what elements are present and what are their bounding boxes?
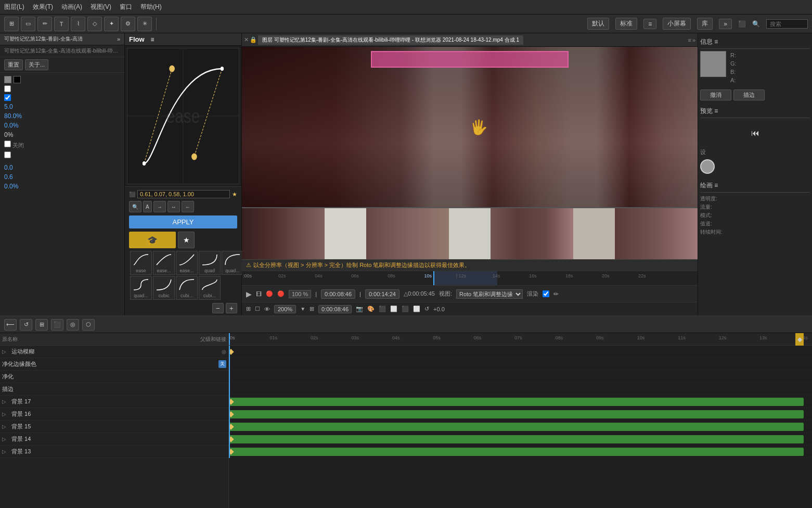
menu-view[interactable]: 视图(V) — [91, 3, 111, 11]
flow-graph[interactable]: ease — [127, 48, 239, 184]
flow-arrow-left-btn[interactable]: ← — [182, 201, 194, 212]
bt-btn-3[interactable]: ⊞ — [35, 319, 48, 331]
curve-ease-out[interactable]: ease... — [176, 251, 198, 275]
flow-star-icon[interactable]: ★ — [232, 191, 237, 198]
preview-prev-icon[interactable]: ⏮ — [751, 129, 759, 138]
curve-cubic-out[interactable]: cubi... — [176, 276, 198, 300]
curve-ease[interactable]: ease — [130, 251, 152, 275]
value-4[interactable]: 0% — [4, 131, 13, 138]
plus-button[interactable]: + — [226, 303, 237, 313]
toolbar-icon-4[interactable]: T — [54, 17, 69, 31]
layer-expand-17[interactable]: ▷ — [2, 399, 9, 404]
bt-btn-1[interactable]: ⟵ — [4, 319, 17, 331]
value-6[interactable]: 0.6 — [4, 173, 13, 181]
track-row-0[interactable] — [229, 346, 812, 358]
layer-row-purify[interactable]: 净化边缘颜色 关 — [0, 358, 228, 371]
viewer-tab-menu-icon[interactable]: ≡ — [688, 37, 691, 43]
search-input[interactable] — [766, 19, 808, 29]
toolbar-icon-7[interactable]: ✦ — [104, 17, 119, 31]
vbb-icon-8[interactable]: ⬛ — [402, 306, 409, 312]
bt-btn-4[interactable]: ⬛ — [51, 319, 63, 331]
toolbar-icon-1[interactable]: ⊞ — [4, 17, 19, 31]
flow-arrow-both-btn[interactable]: ↔ — [167, 201, 180, 212]
vbb-icon-4[interactable]: ⊞ — [310, 306, 314, 312]
checkbox-3[interactable] — [4, 141, 11, 147]
flow-value-input[interactable] — [137, 190, 230, 198]
preset-hat-btn[interactable]: 🎓 — [129, 232, 176, 248]
menu-window[interactable]: 窗口 — [120, 3, 132, 11]
menu-help[interactable]: 帮助(H) — [140, 3, 162, 11]
frame-icon-2[interactable]: 🔴 — [266, 290, 273, 297]
track-row-2[interactable] — [229, 371, 812, 383]
value-3[interactable]: 0.0% — [4, 122, 18, 129]
checkbox-4[interactable] — [4, 151, 11, 158]
menu-layers[interactable]: 图层(L) — [4, 3, 24, 11]
vbb-icon-2[interactable]: ☐ — [255, 306, 260, 312]
flow-search-btn[interactable]: 🔍 — [129, 201, 141, 212]
vc-time-1[interactable]: 0:00:08:46 — [321, 289, 355, 299]
value-1[interactable]: 5.0 — [4, 103, 13, 110]
menu-effects[interactable]: 效果(T) — [33, 3, 53, 11]
layer-row-motion[interactable]: ▷ 运动模糊 ◎ — [0, 346, 228, 358]
preset-standard[interactable]: 标准 — [615, 18, 637, 30]
layer-row-bg16[interactable]: ▷ 背景 16 — [0, 408, 228, 421]
preset-more[interactable]: » — [719, 19, 732, 29]
zoom-select[interactable]: 200% — [274, 305, 296, 313]
vbb-icon-9[interactable]: ⬜ — [413, 306, 420, 312]
toolbar-icon-9[interactable]: ✳ — [137, 17, 152, 31]
layer-row-net[interactable]: 净化 — [0, 371, 228, 383]
vbb-icon-3[interactable]: 👁 — [264, 306, 270, 312]
playhead[interactable] — [433, 271, 434, 285]
layer-expand-13[interactable]: ▷ — [2, 449, 9, 454]
undo-button[interactable]: 撤消 — [700, 90, 731, 100]
viewer-timeline[interactable]: :00s 02s 04s 06s 08s 10s | 12s 14s 16s 1… — [242, 271, 698, 285]
track-row-7[interactable] — [229, 433, 812, 446]
bt-btn-6[interactable]: ⬡ — [82, 319, 95, 331]
curve-quad-in-out[interactable]: quad... — [130, 276, 152, 300]
track-row-8[interactable] — [229, 446, 812, 458]
checkbox-2[interactable] — [4, 94, 11, 101]
value-2[interactable]: 80.0% — [4, 112, 22, 120]
curve-cubic-in-out[interactable]: cubi... — [199, 276, 221, 300]
track-row-1[interactable] — [229, 358, 812, 371]
layer-row-border[interactable]: 描边 — [0, 383, 228, 396]
refine-icon[interactable]: ✏ — [553, 290, 559, 298]
left-expand-icon[interactable]: » — [117, 36, 120, 42]
minus-button[interactable]: − — [212, 303, 224, 313]
track-row-6[interactable] — [229, 421, 812, 433]
toolbar-icon-5[interactable]: ⌇ — [71, 17, 85, 31]
bt-btn-2[interactable]: ↺ — [20, 319, 32, 331]
preset-small-screen[interactable]: 小屏幕 — [663, 18, 691, 30]
checkbox-1[interactable] — [4, 85, 11, 92]
frame-icon-3[interactable]: 🔴 — [277, 290, 285, 297]
vbb-time-3[interactable]: 0:00:08:46 — [318, 305, 352, 313]
track-row-5[interactable] — [229, 408, 812, 421]
track-row-3[interactable] — [229, 383, 812, 396]
viewer-tab-label[interactable]: 图层 可塑性记忆第12集-番剧-全集-高清在线观看-bilibili-哔哩哔哩 … — [258, 35, 523, 45]
vbb-icon-1[interactable]: ⊞ — [246, 306, 251, 312]
bt-btn-5[interactable]: ◎ — [67, 319, 79, 331]
reset-button[interactable]: 重置 — [4, 59, 23, 70]
about-button[interactable]: 关于... — [25, 59, 48, 70]
vbb-camera-icon[interactable]: 📷 — [356, 306, 363, 312]
layer-expand-15[interactable]: ▷ — [2, 424, 9, 429]
color-swatch-2[interactable] — [14, 76, 21, 83]
menu-animation[interactable]: 动画(A) — [61, 3, 82, 11]
toolbar-icon-2[interactable]: ▭ — [21, 17, 35, 31]
trace-button[interactable]: 描边 — [733, 90, 765, 100]
layer-row-bg15[interactable]: ▷ 背景 15 — [0, 421, 228, 433]
preset-default[interactable]: 默认 — [587, 18, 609, 30]
flow-arrow-right-btn[interactable]: → — [153, 201, 166, 212]
vbb-icon-10[interactable]: ↺ — [424, 306, 429, 312]
layer-row-bg14[interactable]: ▷ 背景 14 — [0, 433, 228, 446]
search-icon[interactable]: 🔍 — [752, 20, 760, 28]
vbb-icon-7[interactable]: ⬜ — [390, 306, 397, 312]
track-row-4[interactable] — [229, 396, 812, 408]
preset-library[interactable]: 库 — [697, 18, 713, 30]
play-icon[interactable]: ▶ — [246, 290, 252, 298]
flow-a-btn[interactable]: A — [143, 201, 152, 212]
curve-cubic[interactable]: cubic — [153, 276, 175, 300]
layer-expand-16[interactable]: ▷ — [2, 411, 9, 417]
vbb-icon-6[interactable]: ⬛ — [379, 306, 386, 312]
toolbar-icon-8[interactable]: ⚙ — [121, 17, 135, 31]
